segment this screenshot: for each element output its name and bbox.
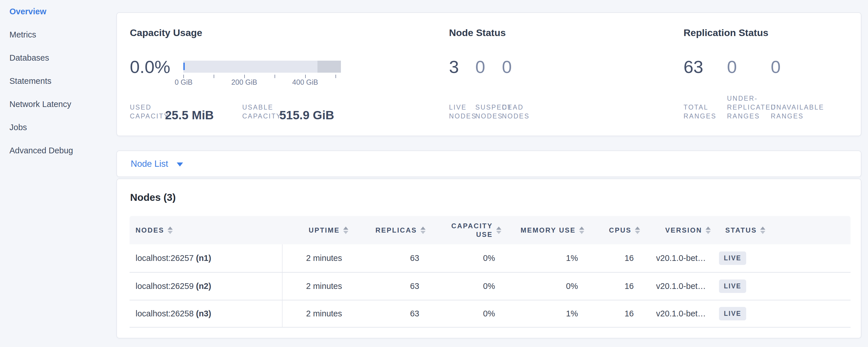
table-row-node-1[interactable]: localhost:26257 (n1) 2 minutes 63 0% 1% …: [129, 244, 850, 272]
axis-tick: [336, 75, 336, 78]
memory-use-cell: 1%: [508, 300, 591, 327]
capacity-bar: [183, 61, 341, 73]
capacity-use-cell: 0%: [432, 300, 508, 327]
axis-tick: [244, 75, 245, 78]
node-list-card: Node List: [116, 151, 861, 177]
column-header-version[interactable]: VERSION: [647, 216, 713, 244]
sidebar-item-advanced-debug[interactable]: Advanced Debug: [9, 146, 113, 155]
replicas-cell: 63: [355, 272, 432, 300]
node-list-dropdown-label: Node List: [131, 159, 168, 169]
version-cell: v20.1.0-bet…: [647, 272, 713, 300]
sidebar-item-statements[interactable]: Statements: [9, 76, 113, 86]
under-replicated-ranges-label: UNDER- REPLICATED RANGES: [727, 94, 776, 121]
sidebar-item-metrics[interactable]: Metrics: [9, 30, 113, 39]
used-capacity-value: 25.5 MiB: [165, 109, 214, 122]
dead-nodes-label: DEAD NODES: [502, 103, 530, 121]
status-badge: LIVE: [719, 251, 746, 265]
dead-nodes-count: 0: [502, 58, 512, 76]
unavailable-ranges-label: UNAVAILABLE RANGES: [771, 103, 824, 121]
status-cell: LIVE: [713, 300, 850, 327]
sidebar-item-network-latency[interactable]: Network Latency: [9, 99, 113, 109]
capacity-bar-used-indicator: [183, 63, 185, 70]
axis-tick: [183, 75, 184, 78]
suspect-nodes-count: 0: [475, 58, 485, 76]
status-cell: LIVE: [713, 244, 850, 272]
unavailable-ranges-count: 0: [771, 58, 780, 76]
live-nodes-label: LIVE NODES: [449, 103, 477, 121]
column-header-status[interactable]: STATUS: [713, 216, 850, 244]
node-address-cell[interactable]: localhost:26259 (n2): [129, 272, 283, 300]
sort-icon: [496, 227, 501, 234]
total-ranges-count: 63: [684, 58, 703, 76]
total-ranges-label: TOTAL RANGES: [684, 103, 716, 121]
replication-status-title: Replication Status: [684, 27, 769, 38]
column-header-replicas[interactable]: REPLICAS: [355, 216, 432, 244]
uptime-cell: 2 minutes: [283, 272, 355, 300]
capacity-use-cell: 0%: [432, 272, 508, 300]
nodes-table-heading: Nodes (3): [130, 192, 176, 203]
sort-icon: [579, 227, 584, 234]
column-header-cpus[interactable]: CPUS: [591, 216, 647, 244]
live-nodes-count: 3: [449, 58, 459, 76]
sidebar-item-databases[interactable]: Databases: [9, 53, 113, 63]
node-address-cell[interactable]: localhost:26258 (n3): [129, 300, 283, 327]
usable-capacity-value: 515.9 GiB: [279, 109, 334, 122]
sidebar-item-jobs[interactable]: Jobs: [9, 122, 113, 132]
node-address-cell[interactable]: localhost:26257 (n1): [129, 244, 283, 272]
table-header-row: NODES UPTIME REPLICAS CAPACITY USE MEMOR…: [129, 216, 850, 244]
axis-label-200gib: 200 GiB: [221, 78, 267, 86]
status-badge: LIVE: [719, 307, 746, 320]
capacity-use-cell: 0%: [432, 244, 508, 272]
uptime-cell: 2 minutes: [283, 300, 355, 327]
axis-tick: [305, 75, 306, 78]
cpus-cell: 16: [591, 300, 647, 327]
status-cell: LIVE: [713, 272, 850, 300]
axis-label-0gib: 0 GiB: [161, 78, 207, 86]
table-row-node-2[interactable]: localhost:26259 (n2) 2 minutes 63 0% 0% …: [129, 272, 850, 300]
cpus-cell: 16: [591, 272, 647, 300]
usable-capacity-label: USABLE CAPACITY: [242, 103, 281, 121]
column-header-memory-use[interactable]: MEMORY USE: [508, 216, 591, 244]
cluster-summary-card: Capacity Usage 0.0% 0 GiB 200 GiB 400 Gi…: [116, 12, 861, 136]
used-capacity-label: USED CAPACITY: [130, 103, 169, 121]
capacity-bar-nonusable-segment: [317, 61, 341, 73]
node-list-dropdown[interactable]: Node List: [117, 159, 183, 169]
status-badge: LIVE: [719, 280, 746, 293]
memory-use-cell: 1%: [508, 244, 591, 272]
sort-icon: [760, 227, 765, 234]
column-header-nodes[interactable]: NODES: [129, 216, 283, 244]
sort-icon: [635, 227, 640, 234]
caret-down-icon: [177, 162, 183, 166]
replicas-cell: 63: [355, 244, 432, 272]
version-cell: v20.1.0-bet…: [647, 300, 713, 327]
sidebar: Overview Metrics Databases Statements Ne…: [9, 7, 113, 169]
axis-tick: [275, 75, 275, 78]
table-row-node-3[interactable]: localhost:26258 (n3) 2 minutes 63 0% 1% …: [129, 300, 850, 327]
capacity-usage-title: Capacity Usage: [130, 27, 202, 38]
capacity-used-percent: 0.0%: [130, 58, 170, 76]
cpus-cell: 16: [591, 244, 647, 272]
axis-label-400gib: 400 GiB: [282, 78, 328, 86]
sort-icon: [343, 227, 348, 234]
sort-icon: [421, 227, 426, 234]
axis-tick: [214, 75, 214, 78]
uptime-cell: 2 minutes: [283, 244, 355, 272]
nodes-table: NODES UPTIME REPLICAS CAPACITY USE MEMOR…: [129, 216, 850, 327]
memory-use-cell: 0%: [508, 272, 591, 300]
under-replicated-ranges-count: 0: [727, 58, 737, 76]
nodes-table-card: Nodes (3) NODES UPTIME REPLICAS CAPACITY…: [116, 179, 861, 339]
node-status-title: Node Status: [449, 27, 506, 38]
column-header-capacity-use[interactable]: CAPACITY USE: [432, 216, 508, 244]
sort-icon: [706, 227, 711, 234]
sidebar-item-overview[interactable]: Overview: [9, 7, 113, 16]
version-cell: v20.1.0-bet…: [647, 244, 713, 272]
replicas-cell: 63: [355, 300, 432, 327]
sort-icon: [167, 227, 173, 234]
column-header-uptime[interactable]: UPTIME: [283, 216, 355, 244]
